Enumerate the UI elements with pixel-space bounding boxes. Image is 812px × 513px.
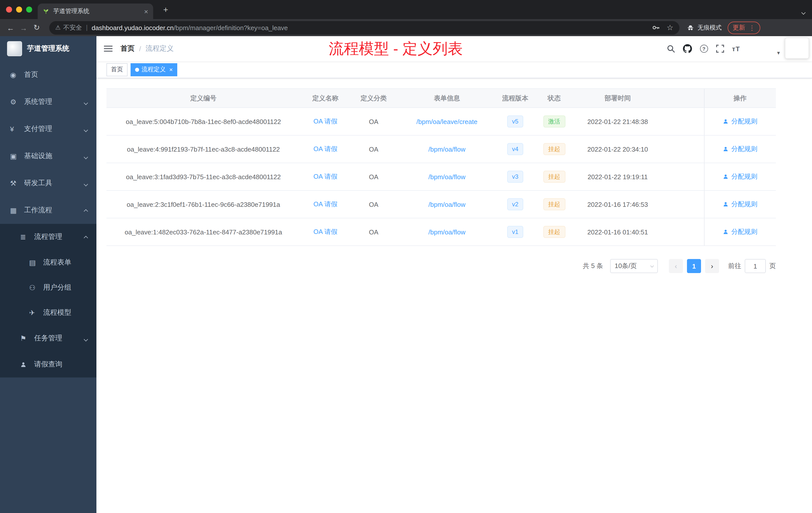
incognito-icon <box>687 24 695 32</box>
key-icon[interactable] <box>651 24 660 32</box>
page-annotation: 流程模型 - 定义列表 <box>329 37 463 60</box>
hamburger-icon[interactable] <box>104 45 113 53</box>
breadcrumb-separator: / <box>139 45 141 53</box>
address-bar[interactable]: ⚠ 不安全 | dashboard.yudao.iocoder.cn/bpm/m… <box>49 21 679 34</box>
new-tab-button[interactable]: + <box>160 4 172 16</box>
tag-close-icon[interactable]: × <box>169 66 173 73</box>
sidebar-item-payment[interactable]: ¥ 支付管理 <box>0 116 96 143</box>
status-badge: 激活 <box>543 116 565 127</box>
browser-tab[interactable]: 芋道管理系统 × <box>38 3 153 19</box>
sidebar-item-label: 系统管理 <box>24 97 52 107</box>
fullscreen-icon[interactable] <box>716 45 724 53</box>
goto-label: 前往 <box>728 262 741 271</box>
status-badge: 挂起 <box>543 171 565 183</box>
font-size-icon[interactable]: тT <box>732 45 740 53</box>
form-link[interactable]: /bpm/oa/flow <box>428 201 465 208</box>
bookmark-star-icon[interactable]: ☆ <box>667 23 673 32</box>
person-icon <box>20 361 31 368</box>
browser-menu-icon[interactable]: ⋮ <box>749 24 755 31</box>
search-icon[interactable] <box>667 45 675 53</box>
assign-rule-button[interactable]: 分配规则 <box>723 200 757 209</box>
help-icon[interactable]: ? <box>700 45 708 53</box>
assign-rule-button[interactable]: 分配规则 <box>723 172 757 181</box>
github-icon[interactable] <box>683 44 692 53</box>
avatar-caret-icon[interactable]: ▾ <box>777 50 780 56</box>
breadcrumb-current: 流程定义 <box>146 44 174 53</box>
close-window-button[interactable] <box>6 6 12 12</box>
minimize-window-button[interactable] <box>16 6 22 12</box>
tools-icon: ⚒ <box>10 179 21 187</box>
sidebar-item-workflow[interactable]: ▦ 工作流程 <box>0 197 96 224</box>
tab-close-icon[interactable]: × <box>144 8 148 15</box>
sidebar-item-process-model[interactable]: ✈ 流程模型 <box>0 300 96 325</box>
form-link[interactable]: /bpm/oa/leave/create <box>416 118 477 125</box>
tab-search-icon[interactable] <box>802 7 805 16</box>
cell-category: OA <box>350 218 397 246</box>
incognito-badge: 无痕模式 <box>687 23 722 32</box>
goto-unit-label: 页 <box>769 262 776 271</box>
page-size-select[interactable]: 10条/页 <box>610 259 658 273</box>
next-page-button[interactable]: › <box>705 259 719 273</box>
cell-deploy-time: 2022-01-22 21:48:38 <box>575 108 660 135</box>
forward-icon[interactable]: → <box>17 23 30 32</box>
definition-name-link[interactable]: OA 请假 <box>313 200 337 208</box>
sidebar-item-task-manage[interactable]: ⚑ 任务管理 <box>0 325 96 351</box>
sidebar-item-process-manage[interactable]: ≣ 流程管理 <box>0 224 96 250</box>
page-content: 定义编号 定义名称 定义分类 表单信息 流程版本 状态 部署时间 操作 <box>96 78 812 283</box>
sidebar-item-devtools[interactable]: ⚒ 研发工具 <box>0 170 96 197</box>
sidebar-item-label: 用户分组 <box>43 283 71 292</box>
breadcrumb-home[interactable]: 首页 <box>120 44 135 53</box>
url-path: /bpm/manager/definition?key=oa_leave <box>174 24 288 31</box>
column-header: 表单信息 <box>397 89 497 108</box>
reload-icon[interactable]: ↻ <box>30 23 43 32</box>
definition-name-link[interactable]: OA 请假 <box>313 117 337 125</box>
sidebar-item-process-form[interactable]: ▤ 流程表单 <box>0 250 96 275</box>
sidebar-item-user-group[interactable]: ⚇ 用户分组 <box>0 275 96 300</box>
browser-toolbar: ← → ↻ ⚠ 不安全 | dashboard.yudao.iocoder.cn… <box>0 19 812 36</box>
definition-name-link[interactable]: OA 请假 <box>313 145 337 153</box>
pagination-total: 共 5 条 <box>583 262 603 271</box>
chevron-down-icon <box>650 264 654 267</box>
sidebar-item-leave-query[interactable]: 请假查询 <box>0 351 96 378</box>
form-link[interactable]: /bpm/oa/flow <box>428 145 465 153</box>
column-header: 操作 <box>704 89 776 108</box>
logo-avatar <box>7 41 22 56</box>
person-icon <box>723 201 729 207</box>
assign-rule-button[interactable]: 分配规则 <box>723 117 757 126</box>
page-number-button[interactable]: 1 <box>687 259 701 273</box>
user-group-icon: ⚇ <box>29 283 40 292</box>
sidebar-item-system[interactable]: ⚙ 系统管理 <box>0 88 96 116</box>
form-link[interactable]: /bpm/oa/flow <box>428 173 465 180</box>
column-header: 定义编号 <box>107 89 300 108</box>
assign-rule-button[interactable]: 分配规则 <box>723 145 757 154</box>
sidebar-item-home[interactable]: ◉ 首页 <box>0 61 96 88</box>
cell-category: OA <box>350 163 397 190</box>
security-label[interactable]: 不安全 <box>63 23 82 32</box>
sidebar-item-label: 工作流程 <box>24 206 52 215</box>
process-form-icon: ▤ <box>29 259 40 267</box>
tag-process-definition[interactable]: 流程定义 × <box>130 63 177 76</box>
cell-category: OA <box>350 190 397 218</box>
goto-page-input[interactable] <box>745 259 766 273</box>
back-icon[interactable]: ← <box>4 23 17 32</box>
prev-page-button[interactable]: ‹ <box>669 259 683 273</box>
avatar[interactable] <box>785 38 809 59</box>
window-controls[interactable] <box>6 6 32 12</box>
chevron-down-icon <box>84 125 87 133</box>
top-navbar: 首页 / 流程定义 流程模型 - 定义列表 <box>96 36 812 61</box>
assign-rule-button[interactable]: 分配规则 <box>723 228 757 236</box>
zoom-window-button[interactable] <box>26 6 32 12</box>
tag-home[interactable]: 首页 <box>107 63 127 76</box>
definition-name-link[interactable]: OA 请假 <box>313 228 337 235</box>
chevron-up-icon <box>84 206 87 214</box>
page-size-value: 10条/页 <box>615 262 637 271</box>
process-model-icon: ✈ <box>29 309 40 317</box>
browser-update-button[interactable]: 更新 ⋮ <box>728 21 760 34</box>
main-area: 首页 / 流程定义 流程模型 - 定义列表 <box>96 36 812 513</box>
sidebar-logo[interactable]: 芋道管理系统 <box>0 36 96 61</box>
sidebar-item-infrastructure[interactable]: ▣ 基础设施 <box>0 143 96 170</box>
favicon <box>43 8 49 14</box>
definition-name-link[interactable]: OA 请假 <box>313 173 337 180</box>
form-link[interactable]: /bpm/oa/flow <box>428 228 465 236</box>
dashboard-icon: ◉ <box>10 71 21 79</box>
